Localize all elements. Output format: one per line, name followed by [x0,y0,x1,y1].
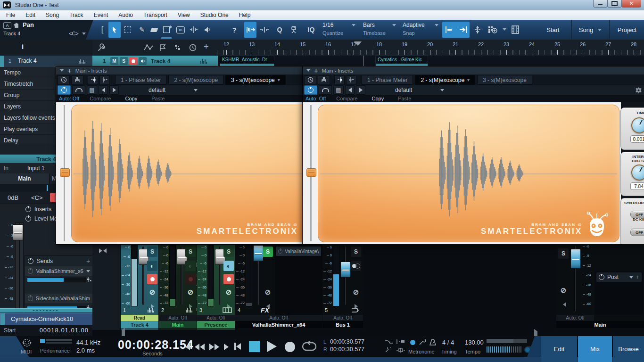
timebase-select[interactable]: Bars Timebase [361,21,399,38]
song-page-button[interactable]: Song [571,20,609,40]
clock-icon[interactable] [58,75,70,85]
chevron-down-icon[interactable] [60,69,64,72]
channel-name[interactable]: Main [159,321,197,328]
monitor-icon[interactable]: ⊘ [351,287,361,297]
plugin-window-1[interactable]: + Main - Inserts 1 - Phase Meter2 - s(M)… [56,66,303,245]
monitor-icon[interactable]: ⊘ [558,285,569,296]
plugin-tab-1[interactable]: 1 - Phase Meter [115,75,166,85]
next-marker-button[interactable] [224,344,229,350]
performance-label[interactable]: Performance [40,348,70,354]
send-slot[interactable]: Sidechain-ValhallaShimm.. [25,294,93,303]
power-icon[interactable] [278,249,282,254]
menu-item-track[interactable]: Track [64,10,89,20]
precount-icon[interactable] [396,347,405,353]
track-header[interactable]: 1 M S Track 4 [92,56,218,67]
sends-header[interactable]: Sends + [25,256,93,266]
scope-scroll-handle[interactable] [60,168,70,177]
link-toggle-icon[interactable] [351,261,361,271]
main-fader[interactable] [570,249,581,269]
plugin-tab-3[interactable]: 3 - s(M)exoscope▾ [225,75,286,85]
preset-name[interactable]: default [395,87,412,93]
automation-arc-icon[interactable] [319,85,332,95]
panel-divider[interactable] [0,308,92,313]
marquee-tool[interactable] [122,22,134,38]
forward-button[interactable] [209,344,219,350]
prev-preset-icon[interactable] [345,85,355,95]
view-mix-button[interactable]: Mix [578,336,612,362]
record-button[interactable] [284,341,295,352]
send-slot[interactable]: ValhallaShimmer_x64 [25,266,93,276]
scope-display[interactable]: BRAM AND SEAN @ SMARTELECTRONIX [71,105,303,242]
stop-button[interactable] [249,341,260,352]
plugin-window-titlebar[interactable]: + Main - Inserts [303,66,644,74]
automation-mode[interactable]: Auto: Off [235,315,322,321]
maximize-button[interactable] [607,0,622,8]
menu-item-file[interactable]: File [1,10,20,20]
automation-mode[interactable]: Auto: Off [159,315,197,321]
metronome-enabled-dot[interactable] [410,340,415,345]
tool-info-panel[interactable]: A Pan Track 4 <C> [0,20,93,40]
pan-icon[interactable]: ◐ [223,261,234,271]
grid-dots-icon[interactable] [174,44,182,51]
menu-item-transport[interactable]: Transport [138,10,173,20]
power-icon[interactable] [28,258,33,264]
compare-button[interactable]: Compare [336,96,357,101]
add-insert-icon[interactable]: + [67,66,72,74]
eraser-tool[interactable] [148,22,160,38]
plugin-tab-2[interactable]: 2 - s(M)exoscope▾ [415,75,475,85]
copy-button[interactable]: Copy [372,96,384,101]
resize-tool[interactable] [160,22,173,38]
quantize-tool[interactable]: Q [273,22,286,38]
play-button[interactable] [267,341,277,352]
snap-select[interactable]: Adaptive Snap [401,21,440,38]
automation-curve-icon[interactable] [143,44,154,51]
loop-end-value[interactable]: 00:00:30.577 [330,346,364,353]
auto-status[interactable]: Auto: Off [305,96,326,101]
metronome-label[interactable]: Metronome [408,349,435,354]
pan-icon[interactable]: ◐ [147,261,157,271]
event-start-value[interactable]: 00018.01.01.00 [40,327,89,334]
compare-button[interactable]: Compare [90,96,111,101]
chevron-down-icon[interactable] [194,89,198,91]
mixer-channel-track4[interactable]: 0-6-12-24-36-48-60 S ◐ ⊘ 1 Read Track 4 [121,244,158,330]
plugin-tab-1[interactable]: 1 - Phase Meter [362,75,413,85]
return-to-start-button[interactable] [234,343,241,350]
routing-icon[interactable] [71,75,83,85]
channel-name[interactable]: Main [556,321,644,328]
record-button-partial[interactable] [50,193,56,202]
trig-value[interactable]: 7.84 [630,182,644,190]
tempo-tap-strip[interactable] [487,346,521,353]
channel-name[interactable]: Track 4 [121,321,158,328]
tool-pan-value[interactable]: <C> [69,31,79,36]
monitor-icon[interactable]: ⊘ [263,287,273,297]
send-level[interactable] [27,278,86,282]
post-slot[interactable]: Post + [596,272,642,282]
preset-file-icon[interactable]: ▤ [87,85,97,95]
solo-button[interactable]: S [351,247,361,257]
metronome-settings-icon[interactable] [419,339,426,346]
channel-name[interactable]: ValhallaShimmer_x64 [235,321,322,328]
solo-button[interactable]: S [147,247,157,257]
copy-button[interactable]: Copy [125,96,137,101]
power-icon[interactable] [25,206,31,212]
close-button[interactable]: ✕ [621,0,641,8]
mixer-channel-presence[interactable]: 60-6-12-24-36-48-72 S ◐ ⊘ 3 Auto: Off Pr… [197,244,235,330]
add-insert-icon[interactable]: + [314,66,318,74]
plugin-window-titlebar[interactable]: + Main - Inserts [56,66,310,74]
arrow-tool[interactable] [108,22,121,38]
preset-file-icon[interactable]: ▤ [333,85,344,95]
prev-preset-icon[interactable] [99,85,108,95]
bend-tool[interactable] [188,22,200,38]
view-browse-button[interactable]: Browse [613,336,644,362]
menu-item-audio[interactable]: Audio [113,10,138,20]
mixer-channel-main[interactable]: 60-6-12-24-36-48-72 S ◐ ⊘ 2 Auto: Off Ma… [159,244,197,330]
paste-button[interactable]: Paste [151,96,165,101]
channel-editor-icon[interactable] [88,75,98,85]
macro-tool[interactable] [288,22,300,38]
expand-editor-icon[interactable] [346,75,356,85]
split-tool[interactable]: ✎ [136,22,148,38]
sync-redraw-toggle[interactable]: OFF [630,211,644,218]
add-icon[interactable]: + [636,274,639,280]
pan-indicator[interactable] [47,185,48,191]
record-arm-button[interactable] [129,57,137,65]
